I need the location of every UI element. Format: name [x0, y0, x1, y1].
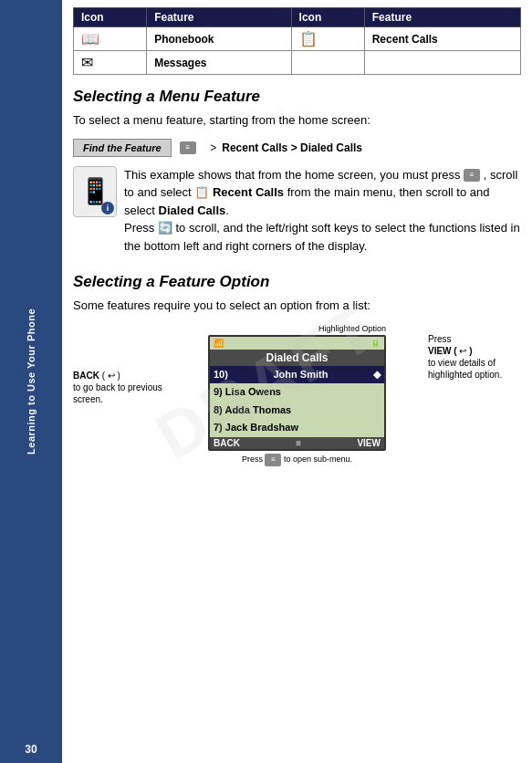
- cell-icon2: 📋: [291, 27, 364, 51]
- dialed-calls-label: Dialed Calls: [159, 204, 226, 217]
- page-number: 30: [0, 743, 62, 756]
- main-content: Icon Feature Icon Feature 📖 Phonebook 📋 …: [62, 0, 532, 763]
- view-annotation: Press VIEW ( ↩ ) to view details of high…: [428, 333, 521, 381]
- desc6: to scroll, and the left/right soft keys …: [124, 221, 520, 253]
- table-row: 📖 Phonebook 📋 Recent Calls: [74, 27, 521, 51]
- view-close: ): [469, 346, 472, 356]
- desc4: .: [225, 204, 229, 217]
- view-desc: to view details of highlighted option.: [428, 358, 502, 380]
- find-feature-box: Find the Feature: [73, 139, 172, 157]
- info-text: This example shows that from the home sc…: [124, 166, 521, 256]
- info-badge: i: [101, 202, 114, 214]
- row4-number: 7): [214, 422, 223, 433]
- sidebar-label: Learning to Use Your Phone: [26, 308, 37, 455]
- screen-row-2: 9) Lisa Owens: [210, 383, 384, 402]
- right-labels: Press VIEW ( ↩ ) to view details of high…: [421, 333, 521, 466]
- back-desc: to go back to previous screen.: [73, 382, 162, 404]
- back-paren: (: [102, 371, 105, 381]
- screen-section: BACK ( ↩ ) to go back to previous screen…: [73, 324, 521, 466]
- menu-button-icon: ≡: [464, 169, 480, 182]
- row3-number: 8): [214, 404, 223, 415]
- left-labels: BACK ( ↩ ) to go back to previous screen…: [73, 370, 173, 466]
- sub-menu-label: Press ≡ to open sub-menu.: [242, 454, 352, 466]
- cell-icon3: ✉: [74, 51, 147, 75]
- screen-status-bar: 📶 🔋: [210, 337, 384, 350]
- cell-feature4: [364, 51, 520, 75]
- status-battery: 🔋: [370, 339, 381, 348]
- section1-intro: To select a menu feature, starting from …: [73, 111, 521, 130]
- row1-number: 10): [214, 367, 228, 383]
- section2-intro: Some features require you to select an o…: [73, 297, 521, 315]
- info-block: 📱 i This example shows that from the hom…: [73, 166, 521, 265]
- col-header-feature1: Feature: [147, 8, 291, 27]
- scroll-indicator: ◆: [373, 367, 381, 383]
- menu-btn-icon: ≡: [177, 141, 200, 154]
- bottom-view: VIEW: [357, 438, 381, 448]
- screen-row-4: 7) Jack Bradshaw: [210, 419, 384, 437]
- screen-bottom-bar: BACK ≡ VIEW: [210, 437, 384, 449]
- view-icon: ↩: [459, 346, 466, 356]
- view-label: Press: [428, 334, 452, 344]
- press-label: Press: [242, 455, 263, 464]
- highlighted-option-label: Highlighted Option: [318, 324, 386, 333]
- screen-row-1: 10) John Smith ◆: [210, 366, 384, 384]
- bottom-middle: ≡: [296, 438, 301, 448]
- feature-bar: Find the Feature ≡ > Recent Calls > Dial…: [73, 139, 521, 157]
- view-bold: VIEW (: [428, 346, 457, 356]
- col-header-icon1: Icon: [74, 8, 147, 27]
- cell-icon4: [291, 51, 364, 75]
- back-annotation: BACK ( ↩ ) to go back to previous screen…: [73, 370, 166, 405]
- col-header-feature2: Feature: [364, 8, 520, 27]
- section2-title: Selecting a Feature Option: [73, 273, 521, 291]
- phone-screen: 📶 🔋 Dialed Calls 10) John Smith ◆ 9) Lis…: [208, 335, 386, 451]
- screen-title: Dialed Calls: [210, 350, 384, 366]
- recent-calls-label: Recent Calls: [213, 185, 284, 199]
- desc1: This example shows that from the home sc…: [124, 168, 461, 182]
- table-row: ✉ Messages: [74, 51, 521, 75]
- sub-menu-desc: to open sub-menu.: [284, 455, 352, 464]
- cell-feature2: Recent Calls: [364, 27, 520, 51]
- feature-path: Recent Calls > Dialed Calls: [222, 141, 362, 154]
- desc5: Press: [124, 221, 154, 235]
- row2-number: 9): [214, 386, 223, 397]
- scroll-icon: 🔄: [158, 221, 172, 235]
- recent-calls-icon: 📋: [194, 185, 209, 199]
- cell-feature3: Messages: [147, 51, 291, 75]
- section1-title: Selecting a Menu Feature: [73, 88, 521, 106]
- col-header-icon2: Icon: [291, 8, 364, 27]
- cell-feature1: Phonebook: [147, 27, 291, 51]
- cell-icon1: 📖: [74, 27, 147, 51]
- icon-feature-table: Icon Feature Icon Feature 📖 Phonebook 📋 …: [73, 7, 521, 75]
- screen-wrapper: Highlighted Option 📶 🔋 Dialed Calls 10) …: [173, 324, 421, 466]
- row3-name: Adda Thomas: [224, 404, 291, 415]
- arrow-separator: >: [210, 141, 216, 154]
- back-icon: ↩: [108, 371, 115, 381]
- sidebar: Learning to Use Your Phone 30: [0, 0, 62, 763]
- back-close: ): [118, 371, 120, 381]
- row4-name: Jack Bradshaw: [225, 422, 298, 433]
- row1-name: John Smith: [274, 367, 329, 383]
- screen-row-3: 8) Adda Thomas: [210, 402, 384, 420]
- phone-icon-box: 📱 i: [73, 166, 117, 217]
- row2-name: Lisa Owens: [225, 386, 281, 397]
- back-label-text: BACK: [73, 371, 99, 381]
- sub-menu-icon: ≡: [265, 454, 281, 466]
- bottom-back: BACK: [214, 438, 240, 448]
- status-signal: 📶: [214, 339, 224, 348]
